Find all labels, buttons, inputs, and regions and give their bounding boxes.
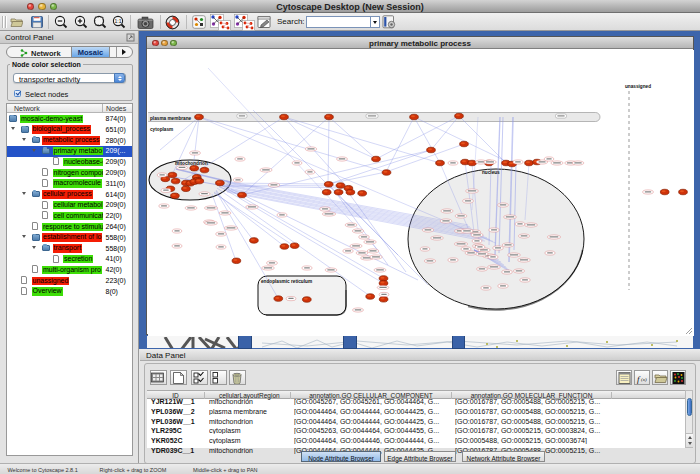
svg-text:mitochondrion: mitochondrion bbox=[175, 161, 208, 166]
svg-text:plasma membrane: plasma membrane bbox=[150, 116, 192, 121]
svg-text:endoplasmic reticulum: endoplasmic reticulum bbox=[261, 279, 312, 284]
svg-text:nucleus: nucleus bbox=[482, 170, 500, 175]
svg-text:(x): (x) bbox=[641, 377, 647, 382]
svg-text:cytoplasm: cytoplasm bbox=[150, 127, 173, 132]
svg-text:1:1: 1:1 bbox=[115, 18, 122, 24]
svg-text:unassigned: unassigned bbox=[625, 84, 651, 89]
